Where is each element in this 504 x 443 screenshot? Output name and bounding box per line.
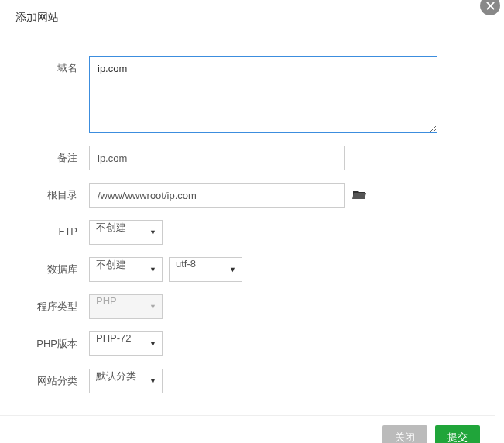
row-database: 数据库 不创建 utf-8: [15, 257, 480, 282]
label-remark: 备注: [15, 146, 89, 165]
database-select[interactable]: 不创建: [89, 257, 163, 282]
row-domain: 域名: [15, 56, 480, 133]
row-site-category: 网站分类 默认分类: [15, 369, 480, 393]
site-category-select[interactable]: 默认分类: [89, 369, 163, 393]
ftp-select[interactable]: 不创建: [89, 220, 163, 245]
charset-select[interactable]: utf-8: [169, 257, 242, 282]
folder-icon[interactable]: [352, 189, 366, 202]
remark-input[interactable]: [89, 146, 345, 170]
root-input[interactable]: [89, 183, 345, 208]
dialog-body: 域名 备注 根目录 FTP 不创建: [0, 36, 495, 415]
label-database: 数据库: [15, 257, 89, 276]
dialog-title: 添加网站: [15, 11, 59, 23]
close-icon: ✕: [485, 0, 496, 14]
row-root: 根目录: [15, 183, 480, 208]
label-program-type: 程序类型: [15, 294, 89, 314]
add-site-dialog: ✕ 添加网站 域名 备注 根目录 FTP: [0, 0, 495, 443]
domain-textarea[interactable]: [89, 56, 437, 133]
row-remark: 备注: [15, 146, 480, 170]
php-version-select[interactable]: PHP-72: [89, 331, 163, 356]
program-type-select: PHP: [89, 294, 163, 319]
dialog-footer: 关闭 提交: [0, 415, 495, 443]
submit-button[interactable]: 提交: [435, 425, 480, 443]
label-php-version: PHP版本: [15, 331, 89, 351]
row-ftp: FTP 不创建: [15, 220, 480, 245]
label-site-category: 网站分类: [15, 369, 89, 388]
row-php-version: PHP版本 PHP-72: [15, 331, 480, 356]
dialog-header: 添加网站: [0, 0, 495, 36]
label-ftp: FTP: [15, 220, 89, 237]
label-root: 根目录: [15, 183, 89, 202]
row-program-type: 程序类型 PHP: [15, 294, 480, 319]
cancel-button[interactable]: 关闭: [382, 425, 427, 443]
label-domain: 域名: [15, 56, 89, 75]
